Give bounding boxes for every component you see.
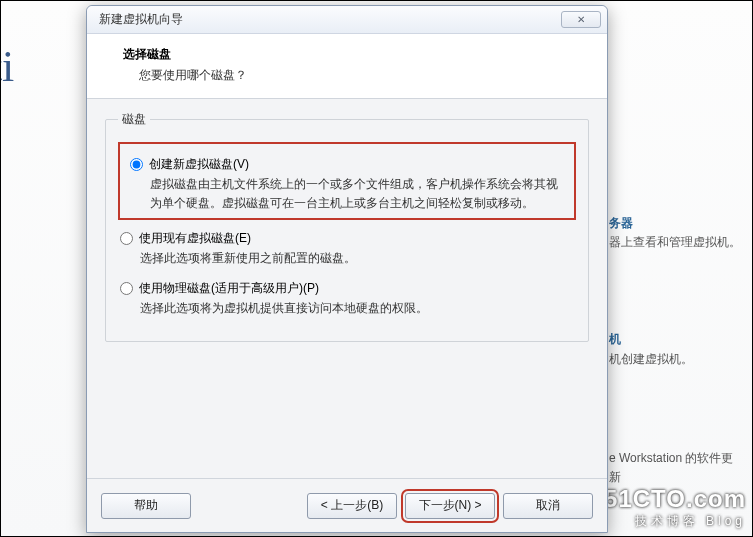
close-button[interactable]: ✕ [561,11,601,28]
wizard-dialog: 新建虚拟机向导 ✕ 选择磁盘 您要使用哪个磁盘？ 磁盘 创建新虚拟磁盘(V) 虚… [86,5,608,533]
dialog-title: 新建虚拟机向导 [99,11,561,28]
header-title: 选择磁盘 [123,46,583,63]
option-use-physical-disk[interactable]: 使用物理磁盘(适用于高级用户)(P) [118,280,576,297]
host-brand-fragment: stati [0,41,14,92]
option-label: 使用物理磁盘(适用于高级用户)(P) [139,280,319,297]
back-button[interactable]: < 上一步(B) [307,493,397,519]
header-subtitle: 您要使用哪个磁盘？ [139,67,583,84]
next-button[interactable]: 下一步(N) > [405,493,495,519]
option-use-existing-disk[interactable]: 使用现有虚拟磁盘(E) [118,230,576,247]
dialog-header: 选择磁盘 您要使用哪个磁盘？ [87,34,607,99]
option-create-new-disk[interactable]: 创建新虚拟磁盘(V) [128,156,566,173]
side-link-2[interactable]: 机 [609,330,744,349]
side-link-1[interactable]: 务器 [609,214,744,233]
disk-group: 磁盘 创建新虚拟磁盘(V) 虚拟磁盘由主机文件系统上的一个或多个文件组成，客户机… [105,111,589,342]
highlight-selected-option: 创建新虚拟磁盘(V) 虚拟磁盘由主机文件系统上的一个或多个文件组成，客户机操作系… [118,142,576,220]
host-side-panel: 务器 器上查看和管理虚拟机。 机 机创建虚拟机。 e Workstation 的… [609,196,744,487]
radio-create-new-disk[interactable] [130,158,143,171]
option-desc: 选择此选项将重新使用之前配置的磁盘。 [140,249,576,268]
close-icon: ✕ [577,14,586,25]
watermark-main: 51CTO.com [604,485,746,513]
option-label: 创建新虚拟磁盘(V) [149,156,249,173]
side-desc-1: 器上查看和管理虚拟机。 [609,233,744,252]
watermark: 51CTO.com 技术博客 Blog [604,485,746,530]
radio-use-existing-disk[interactable] [120,232,133,245]
help-button[interactable]: 帮助 [101,493,191,519]
side-desc-2: 机创建虚拟机。 [609,350,744,369]
dialog-footer: 帮助 < 上一步(B) 下一步(N) > 取消 [87,478,607,532]
cancel-button[interactable]: 取消 [503,493,593,519]
dialog-content: 磁盘 创建新虚拟磁盘(V) 虚拟磁盘由主机文件系统上的一个或多个文件组成，客户机… [87,99,607,478]
dialog-titlebar[interactable]: 新建虚拟机向导 ✕ [87,6,607,34]
side-footer-text: e Workstation 的软件更新 [609,449,744,487]
radio-use-physical-disk[interactable] [120,282,133,295]
disk-group-legend: 磁盘 [118,111,150,128]
option-label: 使用现有虚拟磁盘(E) [139,230,251,247]
watermark-sub: 技术博客 Blog [604,513,746,530]
option-desc: 选择此选项将为虚拟机提供直接访问本地硬盘的权限。 [140,299,576,318]
option-desc: 虚拟磁盘由主机文件系统上的一个或多个文件组成，客户机操作系统会将其视为单个硬盘。… [150,175,566,212]
